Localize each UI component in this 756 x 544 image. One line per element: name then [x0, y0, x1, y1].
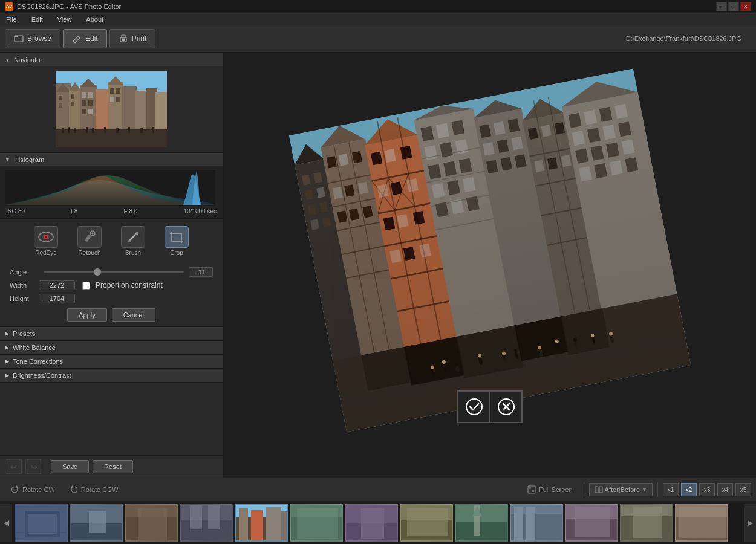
- maximize-button[interactable]: □: [728, 2, 739, 11]
- svg-marker-210: [16, 485, 18, 488]
- white-balance-section: ▶ White Balance: [0, 341, 223, 355]
- view-label: After|Before: [605, 486, 640, 493]
- film-thumb-6[interactable]: [290, 504, 343, 542]
- cancel-button[interactable]: Cancel: [112, 308, 155, 322]
- crop-controls: Angle Width Proportion constraint Height: [0, 264, 223, 326]
- zoom-x5-button[interactable]: x5: [735, 483, 751, 496]
- tone-corrections-header[interactable]: ▶ Tone Corrections: [0, 355, 223, 368]
- reset-button[interactable]: Reset: [93, 460, 133, 473]
- proportion-label: Proportion constraint: [82, 281, 163, 290]
- minimize-button[interactable]: ─: [716, 2, 727, 11]
- redeye-tool[interactable]: RedEye: [29, 224, 63, 259]
- app-icon: AV: [5, 2, 13, 11]
- window-controls[interactable]: ─ □ ✕: [716, 2, 751, 11]
- separator: [584, 482, 584, 497]
- left-panel: ▼ Navigator: [0, 53, 224, 478]
- close-button[interactable]: ✕: [740, 2, 751, 11]
- zoom-x4-button[interactable]: x4: [717, 483, 733, 496]
- filmstrip-prev-button[interactable]: ◀: [0, 504, 12, 542]
- retouch-label: Retouch: [78, 250, 100, 256]
- browse-button[interactable]: Browse: [5, 29, 60, 48]
- svg-point-49: [45, 236, 47, 238]
- histogram-section: ▼ Histogram: [0, 153, 223, 219]
- angle-value-input[interactable]: [189, 267, 213, 277]
- svg-rect-33: [116, 97, 120, 102]
- retouch-icon: [77, 226, 102, 248]
- svg-rect-264: [679, 507, 726, 538]
- crop-tool[interactable]: Crop: [160, 224, 194, 259]
- film-thumb-9[interactable]: [455, 504, 508, 542]
- fullscreen-button[interactable]: Full Screen: [521, 483, 579, 496]
- film-thumb-8[interactable]: [400, 504, 453, 542]
- view-dropdown[interactable]: After|Before ▼: [589, 483, 653, 496]
- film-thumb-2[interactable]: [70, 504, 123, 542]
- navigator-thumbnail: [56, 71, 167, 147]
- apply-button[interactable]: Apply: [67, 308, 107, 322]
- presets-header[interactable]: ▶ Presets: [0, 327, 223, 340]
- zoom-x2-button[interactable]: x2: [681, 483, 697, 496]
- tone-corrections-label: Tone Corrections: [13, 358, 63, 365]
- white-balance-arrow: ▶: [5, 345, 9, 351]
- brightness-contrast-header[interactable]: ▶ Brightness/Contrast: [0, 369, 223, 382]
- confirm-cancel-button[interactable]: [490, 390, 523, 423]
- angle-slider[interactable]: [44, 271, 184, 273]
- film-thumb-3[interactable]: [125, 504, 178, 542]
- aperture2-label: F 8.0: [124, 208, 138, 215]
- svg-marker-211: [71, 485, 73, 488]
- angle-row: Angle: [10, 267, 213, 277]
- film-thumb-12[interactable]: [620, 504, 673, 542]
- svg-rect-24: [82, 92, 86, 98]
- edit-button[interactable]: Edit: [63, 29, 107, 48]
- canvas-area[interactable]: [224, 53, 756, 478]
- filmstrip: ◀: [0, 502, 756, 544]
- xmark-icon: [498, 398, 515, 415]
- filmstrip-next-button[interactable]: ▶: [744, 504, 756, 542]
- navigator-header[interactable]: ▼ Navigator: [0, 53, 223, 66]
- brush-tool[interactable]: Brush: [116, 224, 150, 259]
- retouch-tool[interactable]: Retouch: [73, 224, 106, 259]
- navigator-title: Navigator: [14, 56, 42, 63]
- left-bottom-controls: ↩ ↪ Save Reset: [0, 455, 223, 478]
- proportion-checkbox[interactable]: [82, 282, 90, 290]
- crop-icon: [165, 226, 189, 248]
- menu-edit[interactable]: Edit: [28, 15, 47, 24]
- presets-label: Presets: [13, 330, 35, 337]
- svg-rect-247: [407, 508, 448, 536]
- film-thumb-13[interactable]: [675, 504, 728, 542]
- white-balance-header[interactable]: ▶ White Balance: [0, 341, 223, 354]
- menu-view[interactable]: View: [54, 15, 76, 24]
- menubar: File Edit View About: [0, 13, 756, 25]
- svg-rect-227: [141, 508, 164, 542]
- fullscreen-label: Full Screen: [539, 486, 573, 493]
- film-thumb-10[interactable]: [510, 504, 563, 542]
- redo-button[interactable]: ↪: [25, 459, 42, 474]
- zoom-x3-button[interactable]: x3: [699, 483, 715, 496]
- svg-rect-37: [68, 127, 70, 133]
- print-icon: [119, 34, 128, 44]
- width-input[interactable]: [39, 280, 75, 290]
- dropdown-arrow-icon: ▼: [642, 487, 647, 493]
- rotate-cw-label: Rotate CW: [22, 486, 55, 493]
- histogram-header[interactable]: ▼ Histogram: [0, 153, 223, 166]
- separator2: [657, 482, 658, 497]
- height-input[interactable]: [39, 294, 75, 303]
- menu-about[interactable]: About: [82, 15, 107, 24]
- histogram-arrow: ▼: [5, 157, 10, 163]
- film-thumb-11[interactable]: [565, 504, 618, 542]
- svg-rect-25: [88, 92, 93, 98]
- rotate-cw-button[interactable]: Rotate CW: [5, 483, 61, 496]
- rotate-ccw-button[interactable]: Rotate CCW: [64, 483, 125, 496]
- film-thumb-5[interactable]: [235, 504, 288, 542]
- undo-button[interactable]: ↩: [5, 459, 22, 474]
- save-button[interactable]: Save: [51, 460, 89, 473]
- print-button[interactable]: Print: [109, 29, 156, 48]
- film-thumb-7[interactable]: [345, 504, 398, 542]
- film-thumb-4[interactable]: [180, 504, 233, 542]
- brightness-contrast-label: Brightness/Contrast: [13, 372, 71, 379]
- menu-file[interactable]: File: [2, 15, 21, 24]
- zoom-x1-button[interactable]: x1: [663, 483, 679, 496]
- confirm-check-button[interactable]: [457, 390, 490, 423]
- svg-rect-215: [595, 487, 598, 493]
- film-thumb-1[interactable]: [15, 504, 68, 542]
- aperture1-label: f 8: [71, 208, 77, 215]
